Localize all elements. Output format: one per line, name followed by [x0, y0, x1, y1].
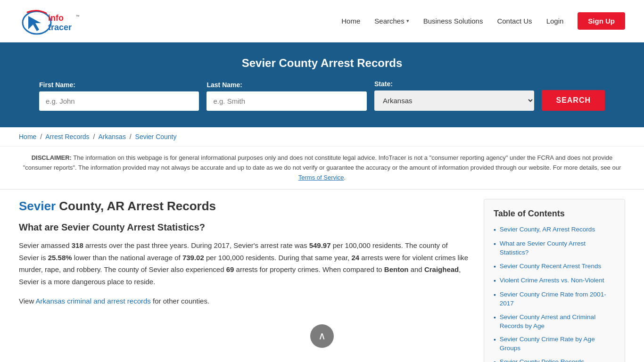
breadcrumb: Home / Arrest Records / Arkansas / Sevie…	[0, 127, 644, 147]
first-name-label: First Name:	[39, 81, 199, 89]
toc-link[interactable]: Sevier County Recent Arrest Trends	[500, 262, 601, 271]
stat-54997: 549.97	[309, 241, 331, 249]
breadcrumb-sep1: /	[40, 133, 42, 140]
nav-home[interactable]: Home	[341, 17, 360, 25]
toc-list-item: Sevier County Recent Arrest Trends	[494, 262, 615, 272]
section1-heading: What are Sevier County Arrest Statistics…	[19, 222, 470, 233]
nav: Home Searches ▾ Business Solutions Conta…	[341, 12, 625, 30]
section1-paragraph2: View Arkansas criminal and arrest record…	[19, 295, 470, 307]
breadcrumb-arkansas[interactable]: Arkansas	[99, 133, 126, 140]
toc-list-item: Sevier County Police Records	[494, 358, 615, 362]
table-of-contents: Table of Contents Sevier County, AR Arre…	[484, 199, 625, 362]
article-heading: Sevier County, AR Arrest Records	[19, 199, 470, 214]
arkansas-records-link[interactable]: Arkansas criminal and arrest records	[36, 297, 151, 305]
terms-of-service-link[interactable]: Terms of Service	[298, 174, 344, 181]
last-name-input[interactable]	[206, 91, 366, 111]
heading-highlight: Sevier	[19, 199, 56, 213]
toc-link[interactable]: Violent Crime Arrests vs. Non-Violent	[500, 276, 604, 285]
breadcrumb-sevier-county[interactable]: Sevier County	[135, 133, 177, 140]
first-name-group: First Name:	[39, 81, 199, 111]
search-button[interactable]: SEARCH	[542, 90, 605, 111]
toc-list-item: Violent Crime Arrests vs. Non-Violent	[494, 276, 615, 286]
scroll-top-button[interactable]: ∧	[310, 324, 334, 348]
state-select[interactable]: AlabamaAlaskaArizonaArkansasCaliforniaCo…	[374, 90, 534, 111]
stat-craighead: Craighead	[424, 265, 459, 273]
toc-list-item: Sevier County Crime Rate by Age Groups	[494, 335, 615, 353]
toc-link[interactable]: Sevier County Crime Rate from 2001-2017	[500, 290, 615, 308]
state-group: State: AlabamaAlaskaArizonaArkansasCalif…	[374, 80, 534, 111]
section1-paragraph1: Sevier amassed 318 arrests over the past…	[19, 239, 470, 288]
first-name-input[interactable]	[39, 91, 199, 111]
search-form: First Name: Last Name: State: AlabamaAla…	[39, 80, 605, 111]
toc-link[interactable]: What are Sevier County Arrest Statistics…	[500, 239, 615, 257]
disclaimer-label: DISCLAIMER:	[32, 154, 72, 161]
disclaimer-period: .	[344, 174, 346, 181]
login-button[interactable]: Login	[546, 17, 564, 25]
stat-318: 318	[72, 241, 83, 249]
article-main: Sevier County, AR Arrest Records What ar…	[19, 199, 484, 315]
svg-text:info: info	[48, 13, 64, 23]
svg-text:tracer: tracer	[48, 23, 72, 32]
section1-p2-suffix: for other counties.	[151, 297, 209, 305]
toc-link[interactable]: Sevier County Police Records	[500, 358, 584, 362]
nav-searches-label: Searches	[374, 17, 404, 25]
logo[interactable]: info tracer ™	[19, 8, 87, 35]
toc-list-item: Sevier County Crime Rate from 2001-2017	[494, 290, 615, 308]
breadcrumb-arrest-records[interactable]: Arrest Records	[45, 133, 89, 140]
signup-button[interactable]: Sign Up	[578, 12, 625, 30]
nav-searches[interactable]: Searches ▾	[374, 17, 409, 25]
section1-p2-prefix: View	[19, 297, 36, 305]
stat-benton: Benton	[384, 265, 409, 273]
stat-24: 24	[351, 254, 359, 262]
last-name-group: Last Name:	[206, 81, 366, 111]
last-name-label: Last Name:	[206, 81, 366, 89]
chevron-up-icon: ∧	[318, 330, 326, 342]
toc-list: Sevier County, AR Arrest RecordsWhat are…	[494, 225, 615, 362]
toc-link[interactable]: Sevier County Arrest and Criminal Record…	[500, 313, 615, 331]
disclaimer: DISCLAIMER: The information on this webp…	[0, 147, 644, 189]
nav-contact-us[interactable]: Contact Us	[497, 17, 532, 25]
breadcrumb-sep2: /	[93, 133, 95, 140]
heading-rest: County, AR Arrest Records	[56, 199, 216, 213]
header: info tracer ™ Home Searches ▾ Business S…	[0, 0, 644, 42]
toc-list-item: What are Sevier County Arrest Statistics…	[494, 239, 615, 257]
chevron-down-icon: ▾	[406, 18, 409, 24]
hero-title: Sevier County Arrest Records	[19, 57, 625, 70]
nav-business-solutions[interactable]: Business Solutions	[423, 17, 483, 25]
toc-link[interactable]: Sevier County, AR Arrest Records	[500, 225, 595, 234]
hero-section: Sevier County Arrest Records First Name:…	[0, 42, 644, 127]
logo-svg: info tracer ™	[19, 8, 87, 35]
disclaimer-text: The information on this webpage is for g…	[23, 154, 621, 171]
toc-title: Table of Contents	[494, 209, 615, 219]
stat-73902: 739.02	[182, 254, 204, 262]
state-label: State:	[374, 80, 534, 88]
stat-69: 69	[226, 265, 234, 273]
breadcrumb-sep3: /	[130, 133, 132, 140]
svg-text:™: ™	[75, 14, 80, 19]
toc-list-item: Sevier County, AR Arrest Records	[494, 225, 615, 235]
toc-link[interactable]: Sevier County Crime Rate by Age Groups	[500, 335, 615, 353]
stat-2558: 25.58%	[48, 254, 72, 262]
breadcrumb-home[interactable]: Home	[19, 133, 36, 140]
toc-list-item: Sevier County Arrest and Criminal Record…	[494, 313, 615, 331]
